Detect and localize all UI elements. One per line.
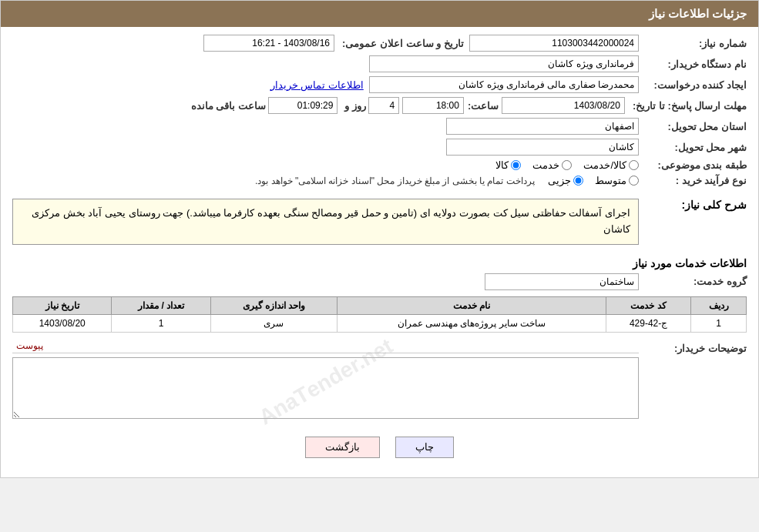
button-row: بازگشت چاپ [12, 437, 747, 458]
cell-code: ج-42-429 [606, 314, 691, 332]
category-row: طبقه بندی موضوعی: کالا/خدمت خدمت کالا [12, 159, 747, 171]
deadline-remaining-input[interactable] [268, 97, 338, 114]
deadline-label: مهلت ارسال پاسخ: تا تاریخ: [625, 100, 747, 112]
deadline-days-label: روز و [341, 100, 366, 112]
city-input[interactable] [446, 139, 639, 156]
need-number-row: شماره نیاز: تاریخ و ساعت اعلان عمومی: [12, 35, 747, 52]
print-button[interactable]: چاپ [395, 437, 454, 458]
need-number-input[interactable] [469, 35, 639, 52]
buyer-name-input[interactable] [369, 55, 639, 72]
service-table: ردیف کد خدمت نام خدمت واحد اندازه گیری ت… [12, 296, 747, 333]
buyer-comments-wrapper: توضیحات خریدار: پیوست AnaТender.net [12, 339, 747, 425]
description-row: شرح کلی نیاز: اجرای آسفالت حفاظتی سیل کت… [12, 192, 747, 251]
category-radio-khedmat[interactable]: خدمت [532, 159, 572, 171]
col-code: کد خدمت [606, 296, 691, 314]
page-header: جزئیات اطلاعات نیاز [1, 1, 758, 27]
description-text: اجرای آسفالت حفاظتی سیل کت بصورت دولایه … [12, 199, 639, 245]
page-title: جزئیات اطلاعات نیاز [649, 7, 747, 20]
col-name: نام خدمت [338, 296, 606, 314]
province-input[interactable] [446, 118, 639, 135]
col-date: تاریخ نیاز [13, 296, 112, 314]
city-label: شهر محل تحویل: [639, 142, 747, 153]
announce-date-input[interactable] [203, 35, 334, 52]
attachment-label: پیوست [12, 339, 639, 353]
province-label: استان محل تحویل: [639, 121, 747, 132]
process-radio-motavasset[interactable]: متوسط [595, 175, 639, 186]
category-label: طبقه بندی موضوعی: [639, 159, 747, 171]
table-row: 1 ج-42-429 ساخت سایر پروژه‌های مهندسی عم… [13, 314, 747, 332]
buyer-name-row: نام دستگاه خریدار: [12, 55, 747, 72]
contact-link[interactable]: اطلاعات تماس خریدار [270, 79, 364, 91]
city-row: شهر محل تحویل: [12, 139, 747, 156]
province-row: استان محل تحویل: [12, 118, 747, 135]
table-header-row: ردیف کد خدمت نام خدمت واحد اندازه گیری ت… [13, 296, 747, 314]
comment-inner: پیوست AnaТender.net [12, 339, 639, 425]
process-radio-group: متوسط جزیی [548, 175, 639, 186]
cell-unit: سری [210, 314, 337, 332]
cell-qty: 1 [112, 314, 210, 332]
deadline-row: مهلت ارسال پاسخ: تا تاریخ: ساعت: روز و س… [12, 97, 747, 114]
announce-date-label: تاریخ و ساعت اعلان عمومی: [334, 38, 464, 49]
service-group-label: گروه خدمت: [639, 276, 747, 287]
cell-date: 1403/08/20 [13, 314, 112, 332]
buyer-name-label: نام دستگاه خریدار: [639, 59, 747, 70]
col-qty: تعداد / مقدار [112, 296, 210, 314]
description-label: شرح کلی نیاز: [639, 199, 747, 211]
requester-row: ایجاد کننده درخواست: اطلاعات تماس خریدار [12, 76, 747, 93]
deadline-remaining-label: ساعت باقی مانده [187, 100, 266, 112]
service-group-input[interactable] [485, 273, 639, 290]
cell-name: ساخت سایر پروژه‌های مهندسی عمران [338, 314, 606, 332]
requester-label: ایجاد کننده درخواست: [639, 79, 747, 91]
service-group-row: گروه خدمت: [12, 273, 747, 290]
deadline-date-input[interactable] [502, 97, 625, 114]
process-row: نوع فرآیند خرید : متوسط جزیی پرداخت تمام… [12, 175, 747, 186]
process-note: پرداخت تمام یا بخشی از مبلغ خریداز محل "… [255, 176, 535, 186]
col-row: ردیف [691, 296, 747, 314]
buyer-comments-textarea[interactable] [12, 357, 639, 419]
deadline-time-label: ساعت: [464, 100, 499, 112]
category-radio-group: کالا/خدمت خدمت کالا [495, 159, 639, 171]
col-unit: واحد اندازه گیری [210, 296, 337, 314]
deadline-days-input[interactable] [368, 97, 399, 114]
service-info-title: اطلاعات خدمات مورد نیاز [12, 257, 747, 269]
buyer-comments-label: توضیحات خریدار: [639, 343, 747, 354]
deadline-time-input[interactable] [402, 97, 464, 114]
cell-row: 1 [691, 314, 747, 332]
need-number-label: شماره نیاز: [639, 38, 747, 49]
category-radio-kala[interactable]: کالا [495, 159, 521, 171]
back-button[interactable]: بازگشت [305, 437, 380, 458]
process-radio-jozi[interactable]: جزیی [548, 175, 583, 186]
category-radio-kala-khedmat[interactable]: کالا/خدمت [583, 159, 639, 171]
process-label: نوع فرآیند خرید : [639, 175, 747, 186]
requester-input[interactable] [369, 76, 639, 93]
